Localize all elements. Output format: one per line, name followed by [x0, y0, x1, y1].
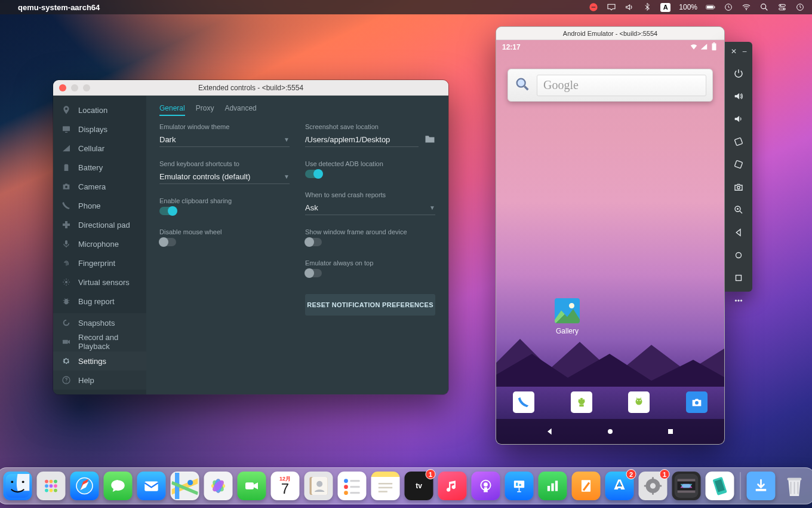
sidebar-item-battery[interactable]: Battery — [53, 158, 146, 177]
sidebar-item-phone[interactable]: Phone — [53, 196, 146, 215]
clipboard-toggle[interactable] — [159, 207, 176, 215]
dock-downloads[interactable] — [747, 472, 776, 500]
emulator-titlebar[interactable]: Android Emulator - <build>:5554 — [496, 27, 724, 40]
dock-photos[interactable] — [204, 472, 233, 500]
hotseat-messages[interactable] — [571, 391, 592, 413]
dock-contacts[interactable] — [304, 472, 333, 500]
sidebar-item-cellular[interactable]: Cellular — [53, 139, 146, 158]
sidebar-item-displays[interactable]: Displays — [53, 120, 146, 139]
power-button[interactable] — [732, 68, 745, 79]
back-button[interactable] — [732, 227, 745, 238]
overview-button[interactable] — [732, 273, 745, 283]
dock-notes[interactable] — [371, 472, 400, 500]
sidebar-item-location[interactable]: Location — [53, 100, 146, 120]
do-not-disturb-icon[interactable] — [589, 2, 598, 12]
nav-home[interactable] — [605, 426, 616, 437]
input-source-indicator[interactable]: A — [660, 3, 670, 12]
dock-final-cut-pro[interactable] — [672, 472, 701, 500]
dock-pages[interactable] — [572, 472, 601, 500]
battery-percentage: 100% — [679, 3, 697, 11]
browse-folder-button[interactable] — [425, 134, 435, 145]
sidebar-item-bug-report[interactable]: Bug report — [53, 292, 146, 311]
spotlight-icon[interactable] — [759, 2, 769, 12]
dock-mail[interactable] — [137, 472, 166, 500]
window-title: Extended controls - <build>:5554 — [53, 84, 448, 92]
home-button[interactable] — [732, 250, 745, 261]
svg-point-77 — [484, 482, 488, 486]
tab-advanced[interactable]: Advanced — [224, 102, 256, 116]
screen-mirroring-icon[interactable] — [607, 2, 616, 12]
dock-android-emulator[interactable] — [706, 472, 734, 500]
dock-facetime[interactable] — [238, 472, 266, 500]
dock-calendar[interactable]: 12月7 — [271, 472, 300, 500]
window-titlebar[interactable]: Extended controls - <build>:5554 — [53, 80, 448, 96]
sidebar-item-snapshots[interactable]: Snapshots — [53, 313, 146, 332]
volume-up-button[interactable] — [732, 91, 745, 102]
control-center-icon[interactable] — [777, 2, 787, 12]
bug-icon — [61, 296, 71, 306]
tab-proxy[interactable]: Proxy — [196, 102, 214, 116]
sidebar-item-virtual-sensors[interactable]: Virtual sensors — [53, 273, 146, 292]
dock-podcasts[interactable] — [472, 472, 500, 500]
kb-label: Send keyboard shortcuts to — [159, 160, 290, 167]
dock-launchpad[interactable] — [37, 472, 66, 500]
volume-down-button[interactable] — [732, 114, 745, 124]
svg-point-49 — [54, 484, 57, 488]
hotseat-apps[interactable] — [628, 391, 650, 413]
rotate-left-button[interactable] — [732, 136, 745, 147]
sidebar-item-camera[interactable]: Camera — [53, 177, 146, 196]
hotseat-camera[interactable] — [686, 391, 708, 413]
dock-numbers[interactable] — [539, 472, 567, 500]
more-button[interactable] — [732, 295, 745, 306]
reset-notifications-button[interactable]: RESET NOTIFICATION PREFERENCES — [305, 294, 435, 316]
android-status-bar: 12:17 — [496, 40, 724, 54]
google-search-widget[interactable]: Google — [508, 69, 713, 102]
mouse-toggle[interactable] — [159, 238, 176, 246]
app-menu-name[interactable]: qemu-system-aarch64 — [18, 3, 100, 12]
frame-toggle[interactable] — [305, 238, 322, 246]
wifi-icon[interactable] — [742, 2, 751, 12]
toolbar-close-button[interactable]: ✕ — [731, 47, 737, 56]
sidebar-item-help[interactable]: Help — [53, 371, 146, 390]
theme-select[interactable]: Dark▼ — [159, 133, 290, 147]
clock-icon[interactable] — [795, 2, 805, 12]
screenshot-button[interactable] — [732, 182, 745, 192]
dock-app-store[interactable]: 2 — [605, 472, 634, 500]
search-input[interactable]: Google — [537, 75, 706, 96]
ontop-toggle[interactable] — [305, 269, 322, 277]
adb-toggle[interactable] — [305, 170, 322, 178]
dock-finder[interactable] — [4, 472, 32, 500]
hotseat-phone[interactable] — [513, 391, 534, 413]
rotate-right-button[interactable] — [732, 159, 745, 170]
dock-tv[interactable]: tv1 — [405, 472, 433, 500]
sidebar-item-microphone[interactable]: Microphone — [53, 234, 146, 253]
dock-music[interactable] — [438, 472, 467, 500]
dock-reminders[interactable] — [338, 472, 367, 500]
sidebar-item-directional-pad[interactable]: Directional pad — [53, 215, 146, 234]
app-gallery[interactable]: Gallery — [555, 298, 580, 335]
sidebar-item-fingerprint[interactable]: Fingerprint — [53, 253, 146, 273]
dock-messages[interactable] — [104, 472, 133, 500]
sidebar-item-settings[interactable]: Settings — [53, 351, 146, 371]
zoom-button[interactable] — [732, 204, 745, 215]
dock-system-preferences[interactable]: 1 — [639, 472, 668, 500]
dock-maps[interactable] — [171, 472, 199, 500]
nav-recent[interactable] — [665, 426, 676, 437]
kb-select[interactable]: Emulator controls (default)▼ — [159, 170, 290, 184]
sidebar-item-record-and-playback[interactable]: Record and Playback — [53, 332, 146, 351]
bluetooth-icon[interactable] — [642, 2, 652, 12]
dock-keynote[interactable] — [505, 472, 534, 500]
screenshot-path-field[interactable]: /Users/applem1/Desktop — [305, 133, 419, 147]
toolbar-minimize-button[interactable]: – — [743, 47, 747, 56]
dock-trash[interactable] — [780, 472, 809, 500]
tab-general[interactable]: General — [159, 102, 185, 116]
device-screen[interactable]: 12:17 Google Gallery — [496, 40, 724, 444]
crash-select[interactable]: Ask▼ — [305, 201, 435, 215]
time-machine-icon[interactable] — [724, 2, 733, 12]
dock-safari[interactable] — [70, 472, 99, 500]
theme-value: Dark — [159, 135, 176, 144]
battery-icon[interactable] — [706, 2, 715, 12]
svg-rect-74 — [379, 483, 392, 485]
volume-icon[interactable] — [625, 2, 634, 12]
nav-back[interactable] — [545, 426, 555, 437]
